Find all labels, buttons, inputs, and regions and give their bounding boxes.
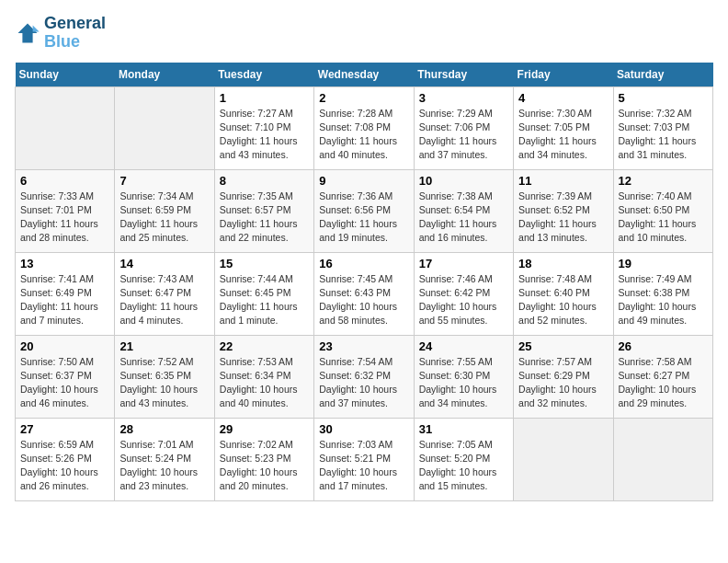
day-number: 7 (119, 174, 209, 188)
week-row-2: 6Sunrise: 7:33 AMSunset: 7:01 PMDaylight… (16, 169, 713, 252)
day-info: Sunrise: 7:03 AMSunset: 5:21 PMDaylight:… (319, 438, 408, 494)
day-number: 31 (419, 422, 508, 436)
day-info: Sunrise: 7:49 AMSunset: 6:38 PMDaylight:… (619, 272, 708, 328)
day-info: Sunrise: 7:05 AMSunset: 5:20 PMDaylight:… (419, 438, 508, 494)
day-number: 3 (419, 91, 508, 105)
calendar-cell: 25Sunrise: 7:57 AMSunset: 6:29 PMDayligh… (514, 335, 613, 418)
day-number: 20 (20, 339, 109, 353)
weekday-header-thursday: Thursday (414, 63, 513, 87)
calendar-cell: 12Sunrise: 7:40 AMSunset: 6:50 PMDayligh… (613, 169, 712, 252)
weekday-header-monday: Monday (115, 63, 214, 87)
day-info: Sunrise: 7:54 AMSunset: 6:32 PMDaylight:… (319, 355, 408, 411)
day-info: Sunrise: 7:35 AMSunset: 6:57 PMDaylight:… (220, 190, 309, 246)
weekday-header-tuesday: Tuesday (214, 63, 313, 87)
page-header: General Blue (15, 15, 713, 52)
calendar-cell: 2Sunrise: 7:28 AMSunset: 7:08 PMDaylight… (314, 86, 414, 169)
day-number: 11 (518, 174, 608, 188)
day-info: Sunrise: 7:53 AMSunset: 6:34 PMDaylight:… (220, 355, 309, 411)
day-info: Sunrise: 7:28 AMSunset: 7:08 PMDaylight:… (319, 107, 408, 163)
svg-marker-0 (18, 23, 38, 42)
calendar-cell: 10Sunrise: 7:38 AMSunset: 6:54 PMDayligh… (414, 169, 513, 252)
calendar-cell: 28Sunrise: 7:01 AMSunset: 5:24 PMDayligh… (115, 418, 214, 500)
day-number: 17 (419, 257, 508, 270)
day-number: 2 (319, 91, 408, 105)
calendar-cell: 30Sunrise: 7:03 AMSunset: 5:21 PMDayligh… (314, 418, 414, 500)
day-info: Sunrise: 7:01 AMSunset: 5:24 PMDaylight:… (119, 438, 209, 494)
calendar-cell (613, 418, 712, 500)
calendar-cell: 8Sunrise: 7:35 AMSunset: 6:57 PMDaylight… (214, 169, 313, 252)
day-info: Sunrise: 7:34 AMSunset: 6:59 PMDaylight:… (119, 190, 209, 246)
day-info: Sunrise: 7:43 AMSunset: 6:47 PMDaylight:… (119, 272, 209, 328)
day-number: 12 (619, 174, 708, 188)
day-info: Sunrise: 7:41 AMSunset: 6:49 PMDaylight:… (20, 272, 109, 328)
day-number: 19 (619, 257, 708, 270)
calendar-cell: 23Sunrise: 7:54 AMSunset: 6:32 PMDayligh… (314, 335, 414, 418)
calendar-cell: 31Sunrise: 7:05 AMSunset: 5:20 PMDayligh… (414, 418, 513, 500)
day-number: 16 (319, 257, 408, 270)
day-number: 27 (20, 422, 109, 436)
day-info: Sunrise: 7:32 AMSunset: 7:03 PMDaylight:… (619, 107, 708, 163)
day-info: Sunrise: 7:39 AMSunset: 6:52 PMDaylight:… (518, 190, 608, 246)
calendar-cell: 29Sunrise: 7:02 AMSunset: 5:23 PMDayligh… (214, 418, 313, 500)
day-number: 21 (119, 339, 209, 353)
day-info: Sunrise: 7:38 AMSunset: 6:54 PMDaylight:… (419, 190, 508, 246)
calendar-cell: 14Sunrise: 7:43 AMSunset: 6:47 PMDayligh… (115, 252, 214, 335)
weekday-header-sunday: Sunday (16, 63, 115, 87)
calendar-cell: 1Sunrise: 7:27 AMSunset: 7:10 PMDaylight… (214, 86, 313, 169)
calendar-cell: 17Sunrise: 7:46 AMSunset: 6:42 PMDayligh… (414, 252, 513, 335)
calendar-cell (514, 418, 613, 500)
calendar-cell: 18Sunrise: 7:48 AMSunset: 6:40 PMDayligh… (514, 252, 613, 335)
day-info: Sunrise: 7:52 AMSunset: 6:35 PMDaylight:… (119, 355, 209, 411)
day-info: Sunrise: 7:46 AMSunset: 6:42 PMDaylight:… (419, 272, 508, 328)
calendar-cell: 9Sunrise: 7:36 AMSunset: 6:56 PMDaylight… (314, 169, 414, 252)
calendar-cell: 26Sunrise: 7:58 AMSunset: 6:27 PMDayligh… (613, 335, 712, 418)
calendar-cell: 3Sunrise: 7:29 AMSunset: 7:06 PMDaylight… (414, 86, 513, 169)
weekday-header-friday: Friday (514, 63, 613, 87)
calendar-cell: 4Sunrise: 7:30 AMSunset: 7:05 PMDaylight… (514, 86, 613, 169)
day-number: 13 (20, 257, 109, 270)
weekday-header-saturday: Saturday (613, 63, 712, 87)
day-number: 28 (119, 422, 209, 436)
day-number: 5 (619, 91, 708, 105)
svg-marker-1 (33, 25, 40, 31)
calendar-cell (16, 86, 115, 169)
day-number: 22 (220, 339, 309, 353)
day-number: 9 (319, 174, 408, 188)
day-number: 25 (518, 339, 608, 353)
day-number: 1 (220, 91, 309, 105)
day-number: 6 (20, 174, 109, 188)
day-info: Sunrise: 7:58 AMSunset: 6:27 PMDaylight:… (619, 355, 708, 411)
calendar-cell: 21Sunrise: 7:52 AMSunset: 6:35 PMDayligh… (115, 335, 214, 418)
day-number: 30 (319, 422, 408, 436)
day-info: Sunrise: 7:50 AMSunset: 6:37 PMDaylight:… (20, 355, 109, 411)
day-number: 29 (220, 422, 309, 436)
day-info: Sunrise: 7:30 AMSunset: 7:05 PMDaylight:… (518, 107, 608, 163)
calendar-cell (115, 86, 214, 169)
day-info: Sunrise: 7:02 AMSunset: 5:23 PMDaylight:… (220, 438, 309, 494)
day-number: 24 (419, 339, 508, 353)
day-info: Sunrise: 6:59 AMSunset: 5:26 PMDaylight:… (20, 438, 109, 494)
calendar-cell: 16Sunrise: 7:45 AMSunset: 6:43 PMDayligh… (314, 252, 414, 335)
week-row-5: 27Sunrise: 6:59 AMSunset: 5:26 PMDayligh… (16, 418, 713, 500)
day-info: Sunrise: 7:36 AMSunset: 6:56 PMDaylight:… (319, 190, 408, 246)
calendar-cell: 13Sunrise: 7:41 AMSunset: 6:49 PMDayligh… (16, 252, 115, 335)
day-info: Sunrise: 7:40 AMSunset: 6:50 PMDaylight:… (619, 190, 708, 246)
calendar-cell: 11Sunrise: 7:39 AMSunset: 6:52 PMDayligh… (514, 169, 613, 252)
weekday-header-row: SundayMondayTuesdayWednesdayThursdayFrid… (16, 63, 713, 87)
day-number: 15 (220, 257, 309, 270)
day-info: Sunrise: 7:45 AMSunset: 6:43 PMDaylight:… (319, 272, 408, 328)
day-info: Sunrise: 7:29 AMSunset: 7:06 PMDaylight:… (419, 107, 508, 163)
calendar-cell: 5Sunrise: 7:32 AMSunset: 7:03 PMDaylight… (613, 86, 712, 169)
logo-icon (15, 20, 40, 46)
weekday-header-wednesday: Wednesday (314, 63, 414, 87)
logo-text: General Blue (44, 15, 106, 52)
calendar-cell: 15Sunrise: 7:44 AMSunset: 6:45 PMDayligh… (214, 252, 313, 335)
week-row-3: 13Sunrise: 7:41 AMSunset: 6:49 PMDayligh… (16, 252, 713, 335)
calendar-cell: 22Sunrise: 7:53 AMSunset: 6:34 PMDayligh… (214, 335, 313, 418)
day-info: Sunrise: 7:44 AMSunset: 6:45 PMDaylight:… (220, 272, 309, 328)
week-row-4: 20Sunrise: 7:50 AMSunset: 6:37 PMDayligh… (16, 335, 713, 418)
calendar-table: SundayMondayTuesdayWednesdayThursdayFrid… (15, 63, 713, 501)
day-info: Sunrise: 7:27 AMSunset: 7:10 PMDaylight:… (220, 107, 309, 163)
day-number: 18 (518, 257, 608, 270)
day-number: 4 (518, 91, 608, 105)
